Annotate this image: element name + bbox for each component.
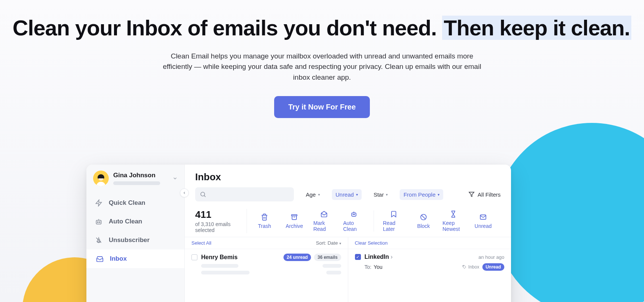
filter-from-people[interactable]: From People▾ [400,189,443,200]
svg-point-4 [99,222,100,223]
unread-badge: 24 unread [283,254,311,261]
count-subtitle: of 3,310 emails selected [195,221,239,233]
filter-age[interactable]: Age▾ [302,189,324,200]
bolt-icon [95,199,103,207]
archive-icon [291,213,298,221]
email-detail-row[interactable]: ✓ LinkedIn › an hour ago To: You Inbox [348,249,511,275]
svg-point-20 [463,266,464,267]
filter-star[interactable]: Star▾ [370,189,392,200]
chevron-right-icon: › [391,254,393,260]
sender-name: LinkedIn › [365,254,393,260]
chevron-down-icon: ▾ [438,193,440,197]
placeholder [323,264,341,268]
svg-marker-10 [469,192,474,197]
search-input[interactable] [195,187,294,201]
hero-section: Clean your Inbox of emails you don't nee… [0,0,644,118]
sidebar-item-label: Unsubscriber [109,236,150,244]
tool-mark-read[interactable]: Mark Read [313,210,335,232]
block-icon [420,213,427,221]
main-panel: Inbox Age▾ Unread▾ Star▾ From People▾ Al… [185,165,511,302]
sidebar-item-label: Quick Clean [109,199,145,207]
mail-open-icon [320,210,328,218]
svg-point-14 [353,214,354,215]
sort-dropdown[interactable]: Sort: Date ▾ [316,240,341,246]
hourglass-icon [450,210,457,218]
svg-rect-13 [352,213,356,216]
robot-icon [95,217,103,226]
email-group-row[interactable]: Henry Bemis 24 unread 36 emails [185,249,348,279]
filter-icon [469,191,475,197]
bookmark-icon [390,210,397,218]
sidebar-item-unsubscriber[interactable]: Unsubscriber [86,231,184,249]
selection-count: 411 of 3,310 emails selected [195,209,247,233]
time-ago: an hour ago [479,254,504,260]
mute-icon [95,236,103,244]
chevron-down-icon: ▾ [386,193,388,197]
svg-point-3 [97,222,98,223]
placeholder [201,271,250,274]
search-icon [200,191,206,198]
sidebar-collapse-button[interactable] [180,188,189,197]
inbox-tag: Inbox [462,264,479,270]
sidebar-item-label: Inbox [110,255,127,263]
tool-keep-newest[interactable]: Keep Newest [442,210,464,232]
all-filters-button[interactable]: All Filters [469,191,501,198]
inbox-icon [96,255,104,263]
hero-title-pre: Clean your Inbox of emails you don't nee… [13,16,442,40]
checkbox[interactable] [191,254,197,260]
avatar [93,171,109,186]
mail-icon [479,213,487,221]
to-label: To: [365,264,372,270]
chevron-down-icon [172,176,178,181]
decorative-blob-blue [495,123,644,302]
page-title: Inbox [185,165,511,186]
hero-title-highlight: Then keep it clean. [442,16,631,40]
user-name: Gina Johnson [113,172,160,179]
sidebar: Gina Johnson Quick Clean Auto Clean Unsu… [86,165,185,302]
hero-subtitle: Clean Email helps you manage your mailbo… [158,51,486,83]
svg-line-18 [422,215,426,219]
checkbox-checked[interactable]: ✓ [355,254,361,260]
tool-trash[interactable]: Trash [254,213,275,229]
toolbar: 411 of 3,310 emails selected Trash Archi… [185,206,511,237]
content-panes: Select All Sort: Date ▾ Henry Bemis 24 u… [185,237,511,302]
tool-archive[interactable]: Archive [283,213,305,229]
svg-rect-2 [96,220,101,224]
tool-read-later[interactable]: Read Later [383,210,405,232]
right-pane: Clear Selection ✓ LinkedIn › an hour ago… [348,237,511,302]
robot-icon [350,210,358,218]
user-menu[interactable]: Gina Johnson [86,165,184,190]
left-pane: Select All Sort: Date ▾ Henry Bemis 24 u… [185,237,348,302]
tool-auto-clean[interactable]: Auto Clean [343,210,365,232]
clear-selection-link[interactable]: Clear Selection [355,240,388,246]
unread-tag: Unread [482,263,504,271]
placeholder [201,264,238,268]
sidebar-item-inbox[interactable]: Inbox [86,249,184,268]
filters-row: Age▾ Unread▾ Star▾ From People▾ All Filt… [185,186,511,206]
tool-block[interactable]: Block [413,213,434,229]
count-badge: 36 emails [314,254,341,261]
sidebar-item-quick-clean[interactable]: Quick Clean [86,194,184,212]
chevron-down-icon: ▾ [356,193,358,197]
tag-icon [462,265,467,269]
user-email-placeholder [113,181,160,185]
sender-name: Henry Bemis [201,254,238,261]
sidebar-item-label: Auto Clean [109,218,142,225]
trash-icon [261,213,268,221]
chevron-down-icon: ▾ [339,241,341,245]
select-all-link[interactable]: Select All [191,240,211,246]
to-value: You [374,264,383,270]
count-number: 411 [195,209,239,220]
filter-unread[interactable]: Unread▾ [332,189,362,200]
svg-point-15 [354,214,355,215]
cta-button[interactable]: Try it Now For Free [274,96,370,118]
svg-point-8 [201,192,205,196]
sidebar-item-auto-clean[interactable]: Auto Clean [86,212,184,231]
tool-unread[interactable]: Unread [472,213,494,229]
svg-marker-1 [96,200,102,206]
app-preview: Gina Johnson Quick Clean Auto Clean Unsu… [86,165,511,302]
hero-title: Clean your Inbox of emails you don't nee… [0,16,644,41]
chevron-down-icon: ▾ [318,193,320,197]
sidebar-nav: Quick Clean Auto Clean Unsubscriber Inbo… [86,190,184,268]
placeholder [326,271,341,274]
